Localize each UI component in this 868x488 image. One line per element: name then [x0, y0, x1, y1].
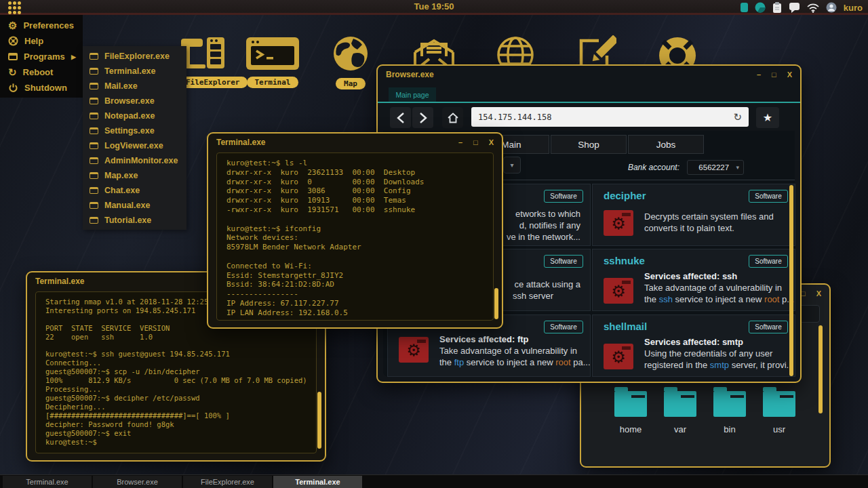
window-icon — [90, 142, 98, 149]
window-icon — [90, 202, 98, 209]
submenu-item-terminal[interactable]: Terminal.exe — [83, 64, 186, 79]
submenu-item-map[interactable]: Map.exe — [83, 168, 186, 183]
map-globe-icon — [332, 36, 369, 71]
card-description: ce attack using a — [514, 279, 580, 289]
folder-home[interactable] — [614, 391, 647, 417]
filter-dropdown[interactable]: ▾ — [503, 157, 521, 174]
gear-icon: ⚙ — [399, 338, 429, 363]
submenu-item-mail[interactable]: Mail.exe — [83, 79, 186, 94]
home-icon — [447, 112, 459, 124]
folder-usr[interactable] — [763, 391, 795, 417]
browser-titlebar[interactable]: Browser.exe – □ X — [378, 66, 800, 83]
favorite-button[interactable]: ★ — [756, 107, 779, 128]
terminal-screen[interactable]: kuro@test:~$ ls -l drwxr-xr-x kuro 23621… — [216, 152, 494, 321]
window-icon — [90, 127, 98, 134]
card-description: Using the credentials of any user — [644, 348, 772, 359]
reboot-icon: ↻ — [8, 66, 17, 79]
software-app-icon: ⚙ — [604, 210, 633, 236]
page-tab-jobs[interactable]: Jobs — [628, 135, 704, 154]
taskbar-item-fileexplorer[interactable]: FileExplorer.exe — [183, 476, 272, 488]
minimize-button[interactable]: – — [757, 70, 761, 79]
submenu-item-adminmonitor[interactable]: AdminMonitor.exe — [83, 153, 186, 168]
back-icon — [396, 112, 406, 124]
submenu-item-settings[interactable]: Settings.exe — [83, 123, 186, 138]
software-badge: Software — [749, 190, 788, 203]
menu-item-label: Help — [24, 36, 43, 46]
submenu-item-label: Notepad.exe — [104, 111, 155, 121]
terminal-scrollbar[interactable] — [317, 392, 321, 449]
menu-item-reboot[interactable]: ↻ Reboot — [0, 64, 83, 80]
terminal-titlebar[interactable]: Terminal.exe – □ X — [208, 134, 502, 151]
power-icon — [8, 83, 18, 93]
desktop-icon-map[interactable]: Map — [332, 36, 370, 89]
software-card-decipher[interactable]: decipher Software ⚙ Decrypts certain sys… — [592, 184, 795, 246]
username[interactable]: kuro — [844, 3, 863, 13]
forward-button[interactable] — [412, 107, 433, 128]
tray-teal-square-icon[interactable] — [741, 3, 748, 12]
explorer-scrollbar[interactable] — [818, 325, 823, 413]
submenu-item-notepad[interactable]: Notepad.exe — [83, 108, 186, 123]
submenu-item-chat[interactable]: Chat.exe — [83, 183, 186, 198]
software-badge: Software — [749, 255, 788, 268]
avatar[interactable] — [826, 2, 837, 13]
clipboard-icon[interactable] — [772, 2, 782, 14]
browser-scrollbar[interactable] — [789, 185, 793, 376]
page-tab-shop[interactable]: Shop — [551, 135, 627, 154]
desktop-icon-terminal[interactable]: Terminal — [244, 37, 301, 88]
home-button[interactable] — [442, 107, 463, 128]
terminal-scrollbar[interactable] — [494, 288, 498, 319]
software-card-shellmail[interactable]: shellmail Software ⚙ Services affected: … — [592, 314, 795, 377]
refresh-icon[interactable]: ↻ — [733, 111, 742, 123]
window-title: Terminal.exe — [35, 277, 84, 286]
submenu-item-tutorial[interactable]: Tutorial.exe — [83, 213, 186, 228]
card-description: Take advantage of a vulnerability in — [644, 283, 782, 293]
window-icon — [90, 98, 98, 104]
taskbar-item-terminal-1[interactable]: Terminal.exe — [3, 476, 92, 488]
taskbar-item-browser[interactable]: Browser.exe — [93, 476, 182, 488]
menu-item-programs[interactable]: Programs ▶ — [0, 49, 83, 64]
menu-item-shutdown[interactable]: Shutdown — [0, 80, 83, 96]
maximize-button[interactable]: □ — [772, 70, 776, 79]
software-card-sshnuke[interactable]: sshnuke Software ⚙ Services affected: ss… — [592, 249, 795, 311]
submenu-item-label: Mail.exe — [104, 81, 138, 91]
url-bar[interactable]: 154.175.144.158 ↻ — [471, 107, 749, 127]
submenu-item-fileexplorer[interactable]: FileExplorer.exe — [83, 49, 186, 64]
submenu-item-label: Terminal.exe — [104, 66, 156, 76]
top-bar: Tue 19:50 — [0, 0, 868, 15]
wifi-icon[interactable] — [807, 3, 819, 13]
submenu-item-manual[interactable]: Manual.exe — [83, 198, 186, 213]
maximize-button[interactable]: □ — [473, 138, 478, 146]
submenu-item-browser[interactable]: Browser.exe — [83, 94, 186, 108]
folder-bin[interactable] — [713, 391, 746, 417]
back-button[interactable] — [390, 107, 411, 128]
menu-item-preferences[interactable]: ⚙ Preferences — [0, 18, 83, 33]
desktop-icon-label: FileExplorer — [178, 77, 248, 88]
chevron-down-icon: ▾ — [510, 161, 513, 169]
menu-item-label: Preferences — [23, 20, 73, 30]
submenu-item-label: AdminMonitor.exe — [104, 156, 178, 165]
gear-icon: ⚙ — [604, 279, 633, 304]
browser-tab-label: Main page — [395, 91, 429, 99]
browser-tab-main-page[interactable]: Main page — [389, 87, 436, 102]
taskbar-item-terminal-2[interactable]: Terminal.exe — [273, 476, 362, 488]
chat-bubble-icon[interactable] — [789, 2, 800, 13]
tray-teal-circle-icon[interactable] — [755, 2, 766, 13]
tab-underline — [378, 102, 800, 103]
programs-submenu: FileExplorer.exe Terminal.exe Mail.exe B… — [83, 46, 186, 230]
software-badge: Software — [749, 321, 788, 333]
submenu-item-logviewer[interactable]: LogViewer.exe — [83, 138, 186, 153]
window-title: Browser.exe — [386, 70, 434, 79]
chevron-down-icon: ▾ — [736, 164, 739, 171]
minimize-button[interactable]: – — [458, 138, 462, 146]
menu-item-help[interactable]: Help — [0, 33, 83, 49]
close-button[interactable]: X — [816, 289, 821, 298]
window-icon — [90, 217, 98, 224]
bank-account-dropdown[interactable]: 6562227 ▾ — [687, 160, 744, 175]
submenu-item-label: LogViewer.exe — [104, 141, 163, 150]
close-button[interactable]: X — [489, 138, 494, 146]
close-button[interactable]: X — [787, 70, 792, 79]
gear-icon: ⚙ — [604, 345, 633, 369]
page-tab-label: Jobs — [656, 140, 676, 150]
folder-label: bin — [706, 424, 753, 434]
folder-var[interactable] — [664, 391, 696, 417]
